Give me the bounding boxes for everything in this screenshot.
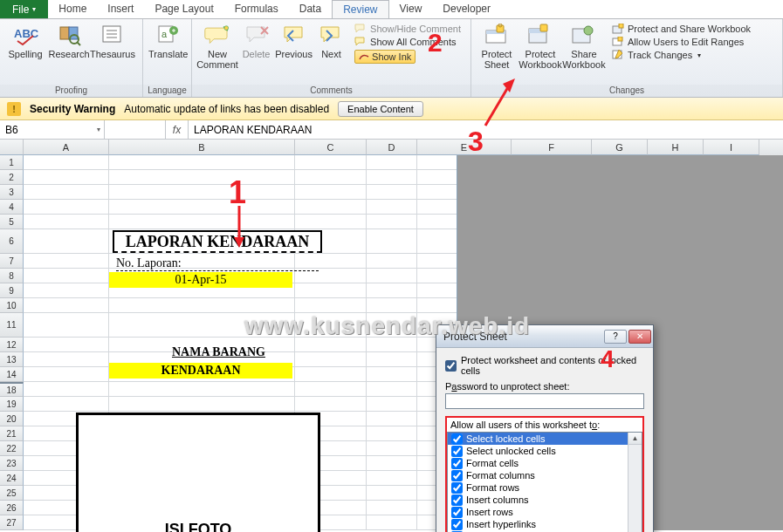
- row-header[interactable]: 26: [0, 501, 24, 515]
- protect-sheet-dialog: Protect Sheet ? ✕ Protect worksheet and …: [436, 324, 654, 532]
- new-comment-button[interactable]: New Comment: [196, 21, 239, 70]
- protect-sheet-button[interactable]: Protect Sheet: [475, 21, 519, 70]
- row-header[interactable]: 19: [0, 397, 24, 412]
- row-header[interactable]: 24: [0, 471, 24, 486]
- row-header[interactable]: 10: [0, 298, 24, 313]
- scrollbar[interactable]: ▲: [628, 433, 642, 532]
- name-box[interactable]: B6: [0, 120, 105, 139]
- svg-text:ABC: ABC: [14, 27, 38, 40]
- col-header[interactable]: E: [417, 140, 512, 155]
- col-header[interactable]: B: [109, 140, 295, 155]
- row-header[interactable]: 12: [0, 338, 24, 352]
- tab-page-layout[interactable]: Page Layout: [144, 0, 223, 18]
- col-header[interactable]: A: [24, 140, 109, 155]
- row-header[interactable]: 8: [0, 269, 24, 283]
- row-header[interactable]: 11: [0, 313, 24, 338]
- row-header[interactable]: 7: [0, 254, 24, 269]
- security-warning-label: Security Warning: [30, 103, 115, 115]
- tab-insert[interactable]: Insert: [97, 0, 144, 18]
- permission-item[interactable]: Format rows: [448, 481, 642, 494]
- row-header[interactable]: 3: [0, 185, 24, 200]
- shield-icon: !: [7, 102, 21, 116]
- row-header[interactable]: 18: [0, 382, 24, 397]
- share-workbook-button[interactable]: Share Workbook: [562, 21, 606, 70]
- show-hide-comment[interactable]: Show/Hide Comment: [352, 23, 464, 35]
- group-changes: Changes: [471, 85, 782, 97]
- group-language: Language: [143, 85, 191, 97]
- dialog-help-button[interactable]: ?: [604, 330, 627, 344]
- tab-file[interactable]: File: [0, 0, 48, 18]
- spreadsheet-grid[interactable]: A B C D E F G H I 1 2 3 4 5 6 7 8 9 10 1…: [0, 140, 783, 530]
- permission-item[interactable]: Format columns: [448, 469, 642, 481]
- col-header[interactable]: G: [592, 140, 648, 155]
- spelling-button[interactable]: ABCSpelling: [3, 21, 47, 59]
- row-headers: 1 2 3 4 5 6 7 8 9 10 11 12 13 14 18 19 2…: [0, 155, 24, 530]
- svg-rect-1: [60, 27, 69, 39]
- protect-worksheet-checkbox[interactable]: Protect worksheet and contents of locked…: [445, 355, 644, 376]
- col-header[interactable]: C: [295, 140, 367, 155]
- ribbon: ABCSpelling Research Thesaurus Proofing …: [0, 19, 783, 98]
- tab-developer[interactable]: Developer: [432, 0, 501, 18]
- permission-item[interactable]: Format cells: [448, 457, 642, 469]
- col-header[interactable]: D: [367, 140, 417, 155]
- row-header[interactable]: 21: [0, 426, 24, 441]
- permission-item[interactable]: Select unlocked cells: [448, 445, 642, 457]
- row-header[interactable]: 1: [0, 155, 24, 170]
- permission-item[interactable]: Select locked cells: [448, 433, 642, 445]
- formula-input[interactable]: LAPORAN KENDARAAN: [189, 120, 783, 139]
- row-header[interactable]: 27: [0, 515, 24, 530]
- row-header[interactable]: 25: [0, 486, 24, 501]
- group-comments: Comments: [192, 85, 470, 97]
- svg-rect-25: [619, 24, 623, 28]
- password-input[interactable]: [445, 393, 644, 409]
- password-label: Password to unprotect sheet:: [445, 381, 644, 392]
- row-header[interactable]: 20: [0, 412, 24, 426]
- row-header[interactable]: 2: [0, 170, 24, 185]
- show-all-comments[interactable]: Show All Comments: [352, 36, 464, 48]
- tab-review[interactable]: Review: [332, 0, 388, 18]
- col-header[interactable]: I: [704, 140, 759, 155]
- tab-data[interactable]: Data: [289, 0, 332, 18]
- thesaurus-button[interactable]: Thesaurus: [91, 21, 134, 59]
- permission-item[interactable]: Insert rows: [448, 506, 642, 518]
- svg-text:a: a: [161, 29, 168, 39]
- permission-item[interactable]: Insert columns: [448, 494, 642, 506]
- row-header[interactable]: 5: [0, 215, 24, 229]
- fx-icon[interactable]: fx: [166, 120, 189, 139]
- group-proofing: Proofing: [0, 85, 142, 97]
- permission-item[interactable]: Insert hyperlinks: [448, 518, 642, 530]
- show-ink[interactable]: Show Ink: [352, 49, 464, 65]
- formula-bar: B6 fx LAPORAN KENDARAAN: [0, 120, 783, 140]
- research-button[interactable]: Research: [47, 21, 91, 59]
- enable-content-button[interactable]: Enable Content: [338, 101, 423, 117]
- previous-comment-button[interactable]: Previous: [273, 21, 314, 59]
- delete-comment-button[interactable]: Delete: [239, 21, 273, 59]
- ribbon-tabs: File Home Insert Page Layout Formulas Da…: [0, 0, 783, 19]
- svg-point-12: [224, 26, 229, 31]
- protect-share-workbook[interactable]: Protect and Share Workbook: [609, 23, 753, 35]
- row-header[interactable]: 6: [0, 229, 24, 254]
- permissions-list[interactable]: Select locked cells Select unlocked cell…: [447, 432, 642, 532]
- track-changes[interactable]: Track Changes▾: [609, 49, 753, 61]
- svg-line-4: [77, 42, 80, 45]
- col-header[interactable]: F: [512, 140, 592, 155]
- col-header[interactable]: H: [648, 140, 704, 155]
- row-header[interactable]: 4: [0, 200, 24, 215]
- security-message: Automatic update of links has been disab…: [124, 103, 329, 115]
- row-header[interactable]: 9: [0, 283, 24, 298]
- translate-button[interactable]: aTranslate: [147, 21, 189, 59]
- row-header[interactable]: 22: [0, 441, 24, 456]
- next-comment-button[interactable]: Next: [314, 21, 348, 59]
- protect-workbook-button[interactable]: Protect Workbook: [519, 21, 562, 70]
- tab-view[interactable]: View: [389, 0, 433, 18]
- tab-home[interactable]: Home: [48, 0, 97, 18]
- row-header[interactable]: 13: [0, 352, 24, 367]
- row-header[interactable]: 23: [0, 456, 24, 471]
- allow-edit-ranges[interactable]: Allow Users to Edit Ranges: [609, 36, 753, 48]
- row-header[interactable]: 14: [0, 367, 24, 382]
- select-all-corner[interactable]: [0, 140, 24, 155]
- security-bar: ! Security Warning Automatic update of l…: [0, 98, 783, 120]
- svg-rect-27: [618, 37, 622, 41]
- tab-formulas[interactable]: Formulas: [224, 0, 289, 18]
- dialog-close-button[interactable]: ✕: [628, 330, 651, 344]
